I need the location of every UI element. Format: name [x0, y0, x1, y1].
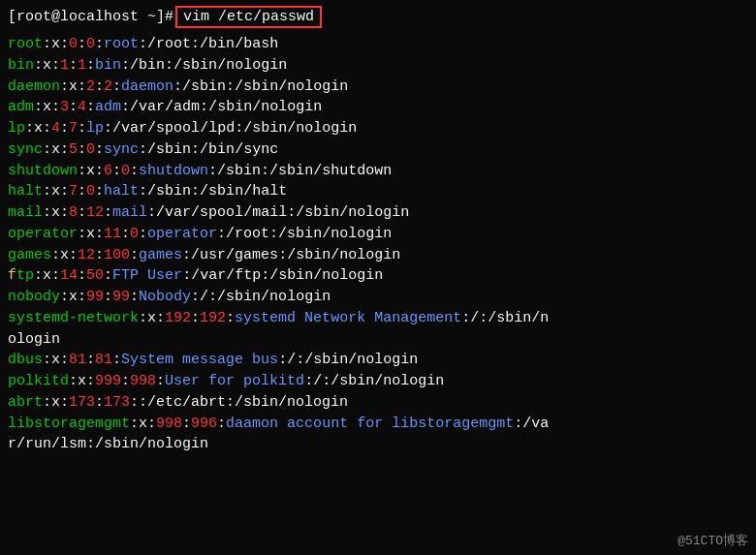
line-part: : [95, 183, 104, 200]
line-part: 1 [60, 57, 69, 74]
line-part: :/root:/bin/bash [139, 36, 278, 52]
terminal-line: nobody:x:99:99:Nobody:/:/sbin/nologin [8, 287, 748, 308]
terminal-line: bin:x:1:1:bin:/bin:/sbin/nologin [8, 55, 748, 77]
line-part: halt [8, 183, 43, 200]
line-part: :x: [69, 373, 95, 389]
line-part: : [104, 204, 112, 221]
terminal-line: daemon:x:2:2:daemon:/sbin:/sbin/nologin [8, 77, 748, 98]
line-part: :/:/sbin/nologin [304, 373, 444, 389]
line-part: 3 [60, 99, 69, 115]
line-part: dbus [8, 352, 43, 368]
line-part: :x: [78, 163, 104, 179]
line-part: :/bin:/sbin/nologin [121, 57, 287, 74]
prompt-text: [root@localhost ~]# [8, 9, 173, 25]
line-part: :x: [25, 120, 51, 137]
line-part: 5 [69, 141, 78, 158]
line-part: sync [8, 141, 43, 158]
terminal-line: dbus:x:81:81:System message bus:/:/sbin/… [8, 350, 748, 371]
line-part: : [139, 226, 147, 242]
terminal-line: shutdown:x:6:0:shutdown:/sbin:/sbin/shut… [8, 161, 748, 182]
line-part: : [130, 163, 139, 179]
line-part: operator [8, 226, 78, 242]
line-part: : [226, 310, 235, 326]
terminal-line: root:x:0:0:root:/root:/bin/bash [8, 34, 748, 55]
line-part: shutdown [139, 163, 208, 179]
line-part: 11 [104, 226, 121, 242]
line-part: :x: [34, 99, 60, 115]
line-part: daemon [121, 78, 173, 95]
line-part: :x: [43, 36, 69, 52]
line-part: tp [16, 267, 34, 284]
watermark: @51CTO博客 [677, 532, 748, 549]
line-part: : [95, 394, 104, 411]
line-part: 173 [69, 394, 95, 411]
line-part: : [78, 141, 86, 158]
line-part: 4 [51, 120, 60, 137]
command-box: vim /etc/passwd [175, 6, 322, 28]
line-part: :x: [78, 226, 104, 242]
line-part: : [86, 352, 95, 368]
line-part: r/run/lsm:/sbin/nologin [8, 436, 208, 452]
line-part: :/:/sbin/nologin [191, 289, 331, 305]
line-part: :x: [60, 78, 86, 95]
line-part: :/:/sbin/nologin [278, 352, 418, 368]
line-part: : [95, 141, 104, 158]
line-part: : [182, 416, 191, 432]
line-part: operator [147, 226, 217, 242]
line-part: daemon [8, 78, 60, 95]
line-part: : [95, 247, 104, 263]
line-part: : [121, 226, 130, 242]
line-part: : [112, 163, 121, 179]
line-part: :/var/spool/mail:/sbin/nologin [147, 204, 409, 221]
line-part: shutdown [8, 163, 78, 179]
line-part: root [104, 36, 139, 52]
line-part: : [78, 183, 86, 200]
line-part: 192 [200, 310, 226, 326]
line-part: : [78, 36, 86, 52]
line-part: 0 [86, 183, 95, 200]
line-part: :/va [514, 416, 549, 432]
terminal-line: polkitd:x:999:998:User for polkitd:/:/sb… [8, 371, 748, 392]
line-part: 6 [104, 163, 112, 179]
line-part: : [78, 204, 86, 221]
terminal-line: abrt:x:173:173::/etc/abrt:/sbin/nologin [8, 392, 748, 414]
line-part: 0 [86, 141, 95, 158]
terminal-line: adm:x:3:4:adm:/var/adm:/sbin/nologin [8, 97, 748, 118]
terminal-line: libstoragemgmt:x:998:996:daamon account … [8, 414, 748, 435]
terminal-line: mail:x:8:12:mail:/var/spool/mail:/sbin/n… [8, 202, 748, 224]
line-part: 12 [78, 247, 95, 263]
line-part: 998 [130, 373, 156, 389]
terminal: [root@localhost ~]# vim /etc/passwd root… [0, 0, 756, 555]
line-part: 14 [60, 267, 78, 284]
line-part: : [112, 78, 121, 95]
line-part: 50 [86, 267, 104, 284]
line-part: ::/etc/abrt:/sbin/nologin [130, 394, 348, 411]
line-part: : [104, 289, 112, 305]
line-part: 7 [69, 183, 78, 200]
line-part: : [78, 120, 86, 137]
terminal-line: halt:x:7:0:halt:/sbin:/sbin/halt [8, 181, 748, 202]
line-part: lp [8, 120, 25, 137]
line-part: : [95, 78, 104, 95]
line-part: :x: [43, 183, 69, 200]
line-part: :/usr/games:/sbin/nologin [182, 247, 400, 263]
line-part: halt [104, 183, 139, 200]
line-part: : [121, 373, 130, 389]
line-part: f [8, 267, 16, 284]
line-part: Nobody [139, 289, 191, 305]
lines-container: root:x:0:0:root:/root:/bin/bashbin:x:1:1… [8, 34, 748, 455]
line-part: :/sbin:/sbin/shutdown [208, 163, 392, 179]
line-part: adm [8, 99, 34, 115]
line-part: : [86, 57, 95, 74]
line-part: : [130, 247, 139, 263]
line-part: : [69, 57, 78, 74]
terminal-line: lp:x:4:7:lp:/var/spool/lpd:/sbin/nologin [8, 118, 748, 139]
line-part: : [156, 373, 165, 389]
line-part: 0 [121, 163, 130, 179]
terminal-line: ologin [8, 329, 748, 351]
line-part: : [217, 416, 226, 432]
line-part: mail [112, 204, 147, 221]
line-part: 2 [104, 78, 112, 95]
line-part: : [104, 267, 112, 284]
line-part: :/sbin:/sbin/nologin [173, 78, 348, 95]
